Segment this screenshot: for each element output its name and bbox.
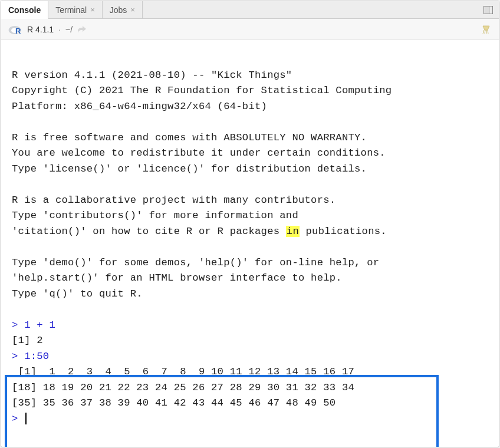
banner-line: Type 'demo()' for some demos, 'help()' f…	[12, 257, 379, 268]
banner-line: R version 4.1.1 (2021-08-10) -- "Kick Th…	[12, 70, 292, 81]
r-logo-icon: R	[8, 24, 22, 35]
banner-line: R is free software and comes with ABSOLU…	[12, 132, 367, 143]
share-arrow-icon[interactable]	[77, 25, 87, 34]
banner-line: R is a collaborative project with many c…	[12, 195, 335, 206]
svg-line-8	[488, 30, 488, 34]
maximize-panel-icon[interactable]	[478, 6, 499, 14]
r-version-label: R 4.1.1	[27, 25, 54, 34]
r-output-line: [1] 2	[12, 335, 43, 346]
r-output-line: [35] 35 36 37 38 39 40 41 42 43 44 45 46…	[12, 397, 335, 409]
tab-terminal[interactable]: Terminal ×	[48, 1, 103, 19]
svg-rect-1	[484, 6, 489, 14]
banner-line: You are welcome to redistribute it under…	[12, 147, 386, 159]
close-icon[interactable]: ×	[130, 5, 135, 14]
working-dir-label: ~/	[65, 25, 73, 34]
text-cursor	[25, 413, 27, 424]
tab-jobs-label: Jobs	[110, 5, 127, 15]
separator-dot: ·	[58, 25, 61, 34]
banner-line: Type 'license()' or 'licence()' for dist…	[12, 163, 367, 174]
banner-line: 'help.start()' for an HTML browser inter…	[12, 272, 342, 284]
tab-jobs[interactable]: Jobs ×	[103, 1, 143, 19]
r-output-line: [18] 18 19 20 21 22 23 24 25 26 27 28 29…	[12, 382, 354, 393]
banner-line: 'citation()' on how to cite R or R packa…	[12, 226, 387, 237]
console-output[interactable]: R version 4.1.1 (2021-08-10) -- "Kick Th…	[1, 40, 499, 447]
r-input-line: > 1:50	[12, 351, 49, 362]
r-output-line: [1] 1 2 3 4 5 6 7 8 9 10 11 12 13 14 15 …	[12, 366, 354, 377]
r-prompt[interactable]: >	[12, 413, 27, 424]
banner-line: Platform: x86_64-w64-mingw32/x64 (64-bit…	[12, 101, 267, 112]
tab-bar: Console Terminal × Jobs ×	[1, 1, 499, 19]
close-icon[interactable]: ×	[90, 5, 95, 14]
console-subheader: R R 4.1.1 · ~/	[1, 19, 499, 40]
svg-text:R: R	[15, 27, 21, 35]
r-input-line: > 1 + 1	[12, 319, 55, 331]
svg-line-6	[485, 30, 485, 34]
banner-line: Type 'contributors()' for more informati…	[12, 210, 298, 221]
banner-line: Type 'q()' to quit R.	[12, 288, 143, 299]
tab-console[interactable]: Console	[1, 1, 48, 19]
svg-line-5	[483, 30, 484, 34]
tab-terminal-label: Terminal	[55, 5, 87, 15]
banner-line: Copyright (C) 2021 The R Foundation for …	[12, 85, 392, 96]
tab-console-label: Console	[8, 5, 41, 15]
clear-console-brush-icon[interactable]	[481, 25, 492, 34]
highlighted-text: in	[286, 226, 300, 237]
rstudio-console-panel: Console Terminal × Jobs × R R 4.1.1 ·	[1, 1, 499, 447]
